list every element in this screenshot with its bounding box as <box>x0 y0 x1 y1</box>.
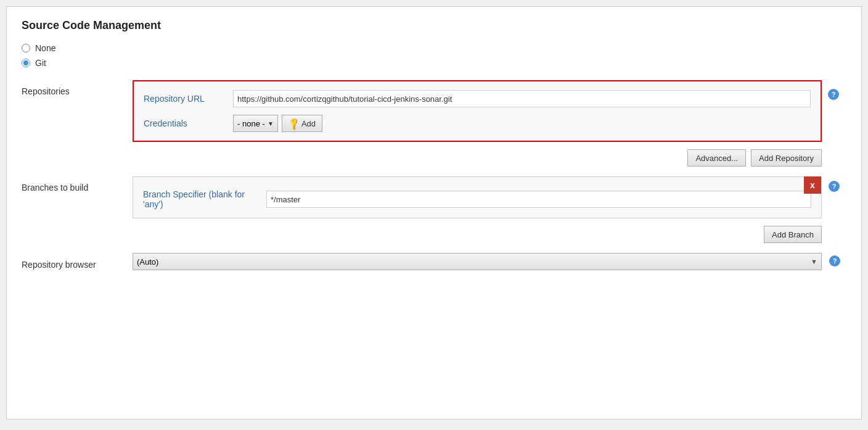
branch-action-buttons: Add Branch <box>133 226 822 243</box>
credentials-controls: - none - ▼ 🔑 Add <box>233 115 322 132</box>
page-title: Source Code Management <box>22 19 822 32</box>
scm-none-label: None <box>35 43 55 53</box>
repository-box: Repository URL ? Credentials - none - <box>133 80 822 142</box>
credentials-select-wrapper[interactable]: - none - ▼ <box>233 115 278 132</box>
branch-specifier-input[interactable] <box>266 191 811 208</box>
add-branch-button[interactable]: Add Branch <box>764 226 822 243</box>
credentials-label: Credentials <box>144 118 233 128</box>
branch-specifier-help-icon[interactable]: ? <box>829 181 840 192</box>
repo-url-label: Repository URL <box>144 94 233 104</box>
credentials-row: Credentials - none - ▼ 🔑 Add <box>144 115 811 132</box>
branches-label: Branches to build <box>22 176 133 192</box>
scm-none-radio[interactable] <box>22 44 30 52</box>
repo-browser-chevron-icon: ▼ <box>811 258 817 265</box>
repo-url-row: Repository URL ? <box>144 90 811 107</box>
delete-branch-button[interactable]: x <box>804 176 821 194</box>
repo-url-input[interactable] <box>233 90 811 107</box>
repositories-section: Repositories Repository URL ? Credential… <box>22 80 822 167</box>
repo-action-buttons: Advanced... Add Repository <box>133 149 822 167</box>
repo-browser-label: Repository browser <box>22 254 133 270</box>
repo-browser-select[interactable]: (Auto) <box>137 257 811 267</box>
repo-url-help-icon[interactable]: ? <box>828 89 839 100</box>
add-credentials-button[interactable]: 🔑 Add <box>282 115 322 132</box>
branches-box: x Branch Specifier (blank for 'any') ? <box>133 176 822 218</box>
branches-section: Branches to build x Branch Specifier (bl… <box>22 176 822 243</box>
scm-git-radio[interactable] <box>22 59 30 67</box>
scm-option-git[interactable]: Git <box>22 58 822 68</box>
credentials-select[interactable]: - none - <box>237 119 275 128</box>
key-icon: 🔑 <box>287 116 301 130</box>
repositories-label: Repositories <box>22 80 133 96</box>
branch-specifier-label: Branch Specifier (blank for 'any') <box>143 189 266 209</box>
repo-browser-help-icon[interactable]: ? <box>829 255 840 267</box>
scm-git-label: Git <box>35 58 46 68</box>
add-credentials-label: Add <box>301 119 316 128</box>
repo-browser-section: Repository browser (Auto) ▼ ? <box>22 253 822 270</box>
advanced-button[interactable]: Advanced... <box>687 149 746 167</box>
scm-option-none[interactable]: None <box>22 43 822 53</box>
add-repository-button[interactable]: Add Repository <box>751 149 822 167</box>
branch-specifier-row: Branch Specifier (blank for 'any') ? <box>143 189 811 209</box>
repo-browser-select-wrapper[interactable]: (Auto) ▼ <box>133 253 822 270</box>
